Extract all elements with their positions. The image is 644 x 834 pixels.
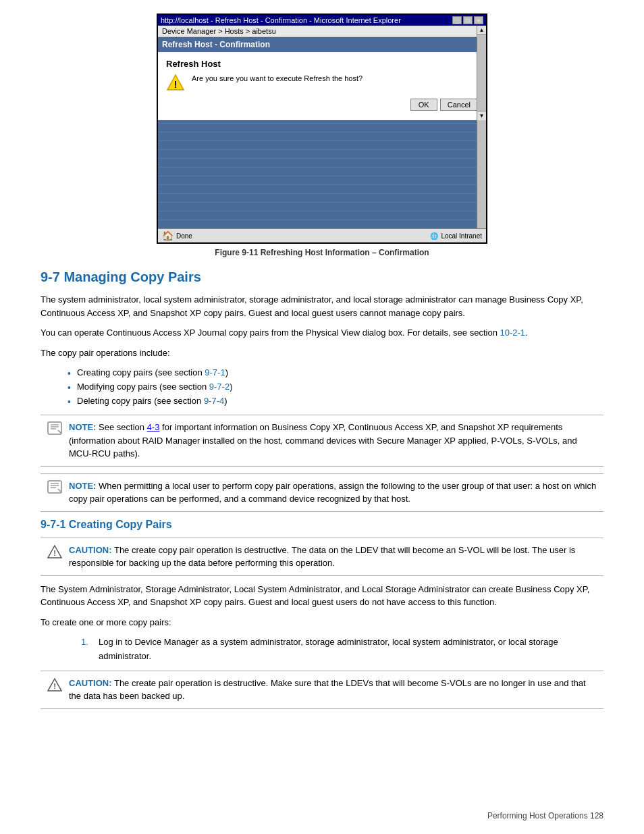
caution-2-content: CAUTION: The create pair operation is de… — [69, 677, 597, 703]
ok-button[interactable]: OK — [410, 99, 437, 111]
link-9-7-2[interactable]: 9-7-2 — [209, 382, 230, 392]
section-para2: You can operate Continuous Access XP Jou… — [41, 326, 603, 340]
dialog-title: Refresh Host — [166, 59, 478, 69]
link-9-7-1[interactable]: 9-7-1 — [205, 367, 225, 377]
note-box-2: NOTE: When permitting a local user to pe… — [41, 473, 603, 512]
subsection-heading: 9-7-1 Creating Copy Pairs — [41, 519, 603, 531]
browser-title: http://localhost - Refresh Host - Confir… — [161, 16, 401, 24]
minimize-button[interactable]: _ — [452, 16, 462, 24]
section-heading: 9-7 Managing Copy Pairs — [41, 269, 603, 285]
close-button[interactable]: × — [474, 16, 483, 24]
browser-titlebar: http://localhost - Refresh Host - Confir… — [158, 15, 486, 26]
dialog-message: Are you sure you want to execute Refresh… — [192, 73, 363, 82]
browser-content: Device Manager > Hosts > aibetsu Refresh… — [158, 26, 486, 120]
statusbar-left: 🏠 Done — [162, 230, 192, 241]
section-para1: The system administrator, local system a… — [41, 293, 603, 319]
svg-text:!: ! — [53, 549, 56, 557]
bullet-list: Creating copy pairs (see section 9-7-1) … — [68, 366, 603, 408]
note-icon-1 — [47, 421, 62, 439]
scrollbar-right-2[interactable] — [477, 120, 486, 228]
blue-stripes-area — [158, 120, 486, 228]
note-box-1: NOTE: See section 4-3 for important info… — [41, 415, 603, 467]
page-header: Refresh Host - Confirmation — [158, 37, 486, 52]
figure-caption: Figure 9-11 Refreshing Host Information … — [41, 248, 603, 257]
maximize-button[interactable]: □ — [463, 16, 473, 24]
svg-rect-2 — [48, 422, 61, 434]
link-4-3[interactable]: 4-3 — [147, 422, 160, 432]
step-1: 1. Log in to Device Manager as a system … — [81, 635, 603, 664]
titlebar-buttons: _ □ × — [452, 16, 483, 24]
browser-window: http://localhost - Refresh Host - Confir… — [157, 14, 487, 244]
bullet-2: Modifying copy pairs (see section 9-7-2) — [68, 380, 603, 394]
step-1-num: 1. — [81, 635, 93, 664]
note-1-content: NOTE: See section 4-3 for important info… — [69, 421, 597, 461]
browser-statusbar: 🏠 Done 🌐 Local Intranet — [158, 228, 486, 242]
caution-box-2: ! CAUTION: The create pair operation is … — [41, 671, 603, 709]
link-10-2-1[interactable]: 10-2-1 — [500, 328, 525, 338]
note-2-content: NOTE: When permitting a local user to pe… — [69, 479, 597, 506]
bullet-3: Deleting copy pairs (see section 9-7-4) — [68, 394, 603, 409]
scrollbar-right[interactable]: ▲ ▼ — [477, 26, 486, 120]
subsection-para2: To create one or more copy pairs: — [41, 616, 603, 629]
dialog-area: Refresh Host ! Are you sure you want to … — [158, 52, 486, 120]
dialog-buttons: OK Cancel — [166, 99, 478, 113]
cancel-button[interactable]: Cancel — [440, 99, 478, 111]
link-9-7-4[interactable]: 9-7-4 — [204, 396, 224, 406]
svg-rect-6 — [48, 481, 61, 493]
ordered-list: 1. Log in to Device Manager as a system … — [68, 635, 603, 664]
section-9-7: 9-7 Managing Copy Pairs The system admin… — [41, 269, 603, 512]
bullet-1: Creating copy pairs (see section 9-7-1) — [68, 366, 603, 380]
caution-1-content: CAUTION: The create copy pair operation … — [69, 544, 597, 570]
note-icon-2 — [47, 480, 62, 498]
page-footer: Performing Host Operations 128 — [487, 811, 603, 820]
section-9-7-1: 9-7-1 Creating Copy Pairs ! CAUTION: The… — [41, 519, 603, 709]
warning-icon: ! — [166, 73, 185, 92]
caution-icon-2: ! — [47, 677, 62, 696]
caution-icon-1: ! — [47, 544, 62, 563]
svg-text:!: ! — [174, 79, 178, 90]
statusbar-right: 🌐 Local Intranet — [430, 232, 482, 240]
svg-text:!: ! — [53, 682, 56, 690]
breadcrumb: Device Manager > Hosts > aibetsu — [158, 26, 486, 37]
caution-box-1: ! CAUTION: The create copy pair operatio… — [41, 538, 603, 576]
subsection-para1: The System Administrator, Storage Admini… — [41, 583, 603, 609]
dialog-icon-row: ! Are you sure you want to execute Refre… — [166, 73, 478, 92]
section-para3: The copy pair operations include: — [41, 346, 603, 360]
